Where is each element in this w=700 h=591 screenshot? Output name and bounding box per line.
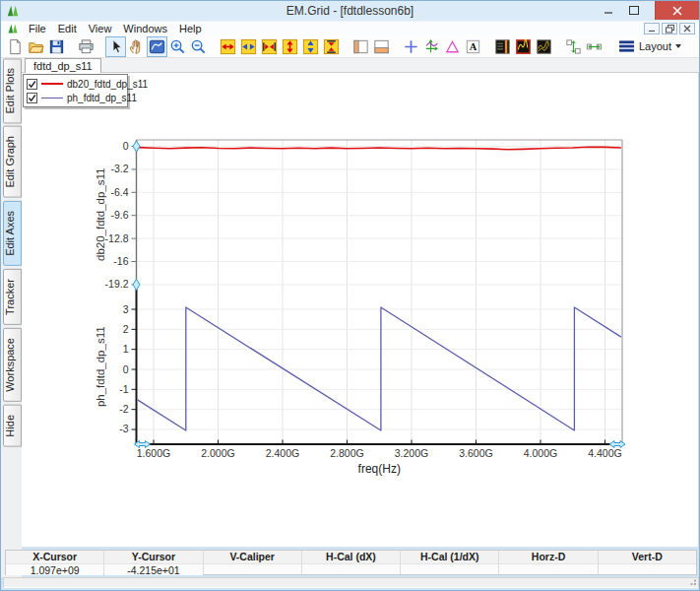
close-button[interactable] [655, 1, 699, 20]
toolbar-button-add-cursor[interactable] [401, 36, 421, 57]
status-col-h-cal-1-dx-: H-Cal (1/dX) [400, 551, 498, 574]
tab-fdtd-dp-s11[interactable]: fdtd_dp_s11 [25, 58, 101, 73]
app-window: EM.Grid - [fdtdlesson6b] FileEditViewWin… [0, 0, 700, 591]
legend-entry-ph-fdtd-dp-s11: ph_fdtd_dp_s11 [27, 91, 124, 104]
legend-label: db20_fdtd_dp_s11 [67, 79, 148, 90]
toolbar-button-expand-x-red[interactable] [218, 36, 238, 57]
toolbar-button-select-cursor[interactable] [105, 36, 126, 57]
menu-windows[interactable]: Windows [117, 23, 173, 34]
mdi-restore-button[interactable] [662, 23, 677, 34]
delta-marker-icon [443, 37, 462, 56]
fit-y-icon [322, 37, 341, 56]
mdi-close-button[interactable] [679, 23, 695, 34]
space-vertical-icon [564, 37, 583, 56]
toolbar-button-space-vertical[interactable] [563, 36, 584, 57]
status-value [401, 563, 498, 574]
checked-checkbox[interactable] [27, 93, 37, 103]
sidebar-tab-workspace[interactable]: Workspace [3, 328, 22, 402]
menu-help[interactable]: Help [173, 23, 208, 34]
toolbar-button-plot-thumb-red[interactable] [513, 36, 534, 57]
pan-hand-icon [127, 37, 146, 56]
toolbar-button-expand-y-red[interactable] [280, 36, 300, 57]
toolbar-button-text-annotation[interactable]: A [463, 36, 483, 57]
mdi-minimize-icon [648, 25, 656, 33]
legend-label: ph_fdtd_dp_s11 [67, 93, 137, 103]
svg-text:-2: -2 [119, 403, 128, 415]
status-strip [3, 577, 699, 588]
svg-text:2.800G: 2.800G [330, 447, 363, 459]
toolbar-button-plot-thumb-waves[interactable] [534, 36, 554, 57]
status-header: H-Cal (dX) [302, 551, 400, 563]
mdi-restore-icon [666, 25, 674, 33]
resize-grip-icon[interactable] [687, 576, 697, 586]
expand-y-red-icon [281, 37, 299, 56]
zoom-in-icon [168, 37, 187, 56]
add-cursor-icon [402, 37, 420, 56]
toolbar-button-axes-tracker[interactable] [421, 36, 442, 57]
axis-handle-icon[interactable] [133, 279, 140, 290]
sidebar-tab-tracker[interactable]: Tracker [3, 269, 22, 325]
svg-text:-3: -3 [119, 423, 128, 434]
sidebar-tab-edit-graph[interactable]: Edit Graph [3, 126, 22, 198]
svg-text:3.200G: 3.200G [395, 447, 428, 459]
svg-text:1.600G: 1.600G [137, 447, 170, 459]
toolbar-button-zoom-in[interactable] [167, 36, 188, 57]
menu-edit[interactable]: Edit [52, 23, 83, 34]
status-col-y-cursor: Y-Cursor-4.215e+01 [103, 551, 202, 574]
toolbar-button-delta-marker[interactable] [442, 36, 463, 57]
minimize-icon [604, 6, 613, 15]
toolbar-button-space-horizontal[interactable] [584, 36, 605, 57]
close-icon [672, 6, 682, 16]
svg-text:2.000G: 2.000G [201, 447, 234, 459]
sidebar-tab-edit-plots[interactable]: Edit Plots [3, 58, 22, 123]
svg-text:2: 2 [123, 323, 129, 335]
layout-dropdown-button[interactable]: Layout [613, 37, 686, 55]
toolbar-button-print[interactable] [76, 36, 96, 57]
mdi-minimize-button[interactable] [644, 23, 660, 34]
plot-thumb-bar-icon [493, 37, 512, 56]
window-title: EM.Grid - [fdtdlesson6b] [1, 4, 699, 18]
minimize-button[interactable] [596, 1, 621, 20]
maximize-button[interactable] [621, 1, 647, 20]
status-col-h-cal-dx-: H-Cal (dX) [301, 551, 400, 574]
sidebar-tab-edit-axes[interactable]: Edit Axes [3, 201, 22, 266]
new-file-icon [6, 37, 25, 56]
sidebar-tab-hide[interactable]: Hide [3, 405, 22, 447]
status-value [204, 563, 301, 574]
chart-canvas[interactable]: 0-3.2-6.4-9.6-12.8-16-19.23210-1-2-31.60… [22, 73, 699, 547]
status-header: V-Caliper [204, 551, 301, 563]
fit-x-icon [260, 37, 279, 56]
legend-line-sample [41, 83, 63, 85]
toolbar-button-plot-mode[interactable] [147, 36, 167, 57]
toolbar-button-panel-bottom[interactable] [371, 36, 392, 57]
legend-entry-db20-fdtd-dp-s11: db20_fdtd_dp_s11 [27, 77, 124, 91]
legend: db20_fdtd_dp_s11ph_fdtd_dp_s11 [23, 74, 128, 107]
toolbar-button-pan-hand[interactable] [126, 36, 147, 57]
menu-view[interactable]: View [83, 23, 118, 34]
svg-text:-3.2: -3.2 [110, 163, 128, 174]
check-icon [28, 80, 36, 89]
toolbar-button-save-file[interactable] [46, 36, 67, 57]
toolbar-button-zoom-out[interactable] [188, 36, 209, 57]
status-col-horz-d: Horz-D [498, 551, 597, 574]
panel-bottom-icon [372, 37, 391, 56]
svg-text:A: A [470, 41, 477, 52]
axis-handle-icon[interactable] [133, 141, 140, 152]
svg-text:4.400G: 4.400G [588, 447, 621, 459]
svg-text:4.000G: 4.000G [524, 447, 557, 459]
toolbar-button-expand-y-blue[interactable] [300, 36, 321, 57]
toolbar-button-fit-y[interactable] [321, 36, 342, 57]
mdi-close-icon [683, 25, 691, 33]
toolbar-button-new-file[interactable] [5, 36, 26, 57]
svg-text:0: 0 [123, 363, 129, 375]
toolbar-button-plot-thumb-bar[interactable] [492, 36, 513, 57]
toolbar-button-fit-x[interactable] [259, 36, 280, 57]
toolbar-button-panel-left[interactable] [350, 36, 371, 57]
menu-file[interactable]: File [23, 23, 52, 34]
toolbar-button-expand-x-blue[interactable] [238, 36, 259, 57]
status-value [499, 563, 597, 574]
checked-checkbox[interactable] [27, 79, 37, 90]
toolbar-button-open-file[interactable] [26, 36, 46, 57]
status-value [302, 563, 400, 574]
svg-text:-12.8: -12.8 [105, 232, 129, 244]
